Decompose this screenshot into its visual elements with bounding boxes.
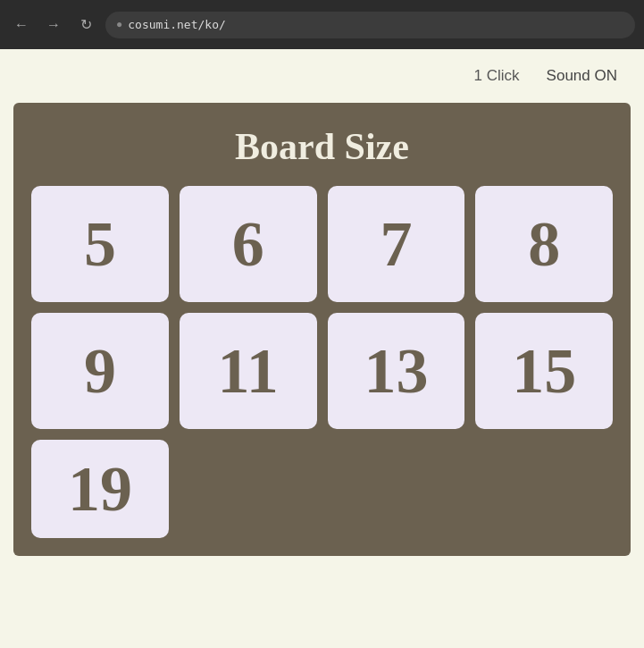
size-19-button[interactable]: 19 (31, 440, 169, 538)
game-area: Board Size 5 6 7 8 9 11 13 15 19 (13, 103, 631, 556)
address-text: cosumi.net/ko/ (128, 18, 226, 31)
sound-toggle[interactable]: Sound ON (547, 67, 617, 85)
click-toggle[interactable]: 1 Click (474, 67, 520, 85)
address-bar[interactable]: ● cosumi.net/ko/ (105, 12, 635, 38)
reload-button[interactable]: ↻ (73, 13, 98, 38)
address-icon: ● (116, 18, 122, 31)
top-bar: 1 Click Sound ON (0, 49, 644, 103)
size-5-button[interactable]: 5 (31, 186, 169, 302)
forward-button[interactable]: → (41, 13, 66, 38)
size-11-button[interactable]: 11 (180, 313, 317, 429)
back-button[interactable]: ← (9, 13, 34, 38)
size-6-button[interactable]: 6 (180, 186, 317, 302)
size-7-button[interactable]: 7 (328, 186, 465, 302)
size-15-button[interactable]: 15 (475, 313, 613, 429)
size-9-button[interactable]: 9 (31, 313, 169, 429)
size-8-button[interactable]: 8 (475, 186, 613, 302)
size-13-button[interactable]: 13 (328, 313, 465, 429)
board-title: Board Size (31, 125, 613, 168)
board-grid: 5 6 7 8 9 11 13 15 19 (31, 186, 613, 538)
browser-bar: ← → ↻ ● cosumi.net/ko/ (0, 0, 644, 49)
